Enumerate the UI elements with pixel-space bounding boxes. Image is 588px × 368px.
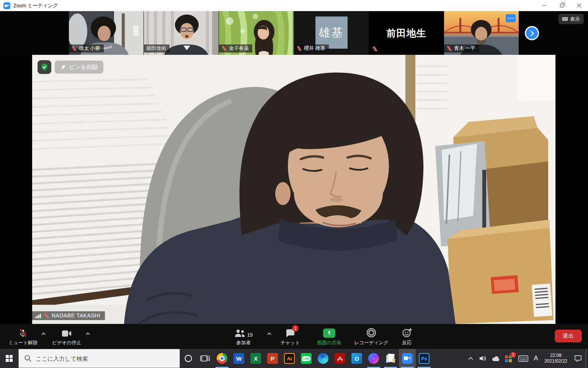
mic-muted-icon: [44, 313, 49, 319]
participant-name: 雄太 小勝: [79, 45, 100, 51]
taskbar-app-messenger[interactable]: [365, 349, 382, 368]
line-icon: LINE: [301, 353, 312, 364]
participant-display-name: 前田地生: [369, 11, 444, 55]
speaker-icon: [479, 355, 487, 362]
taskbar-app-excel[interactable]: X: [247, 349, 264, 368]
participants-options-chevron[interactable]: [266, 330, 273, 337]
clock-date: 2021/02/22: [544, 358, 567, 364]
taskbar-app-powerpoint[interactable]: P: [264, 349, 281, 368]
system-tray: 1 A 22:08 2021/02/22: [466, 349, 588, 368]
next-page-arrow-button[interactable]: [525, 26, 539, 40]
minimize-icon: [542, 5, 546, 6]
tray-notification-app-button[interactable]: 1: [502, 349, 516, 368]
task-view-button[interactable]: [197, 349, 214, 368]
zoom-camera-icon: [3, 2, 10, 9]
stop-video-button[interactable]: ビデオの停止: [49, 324, 84, 349]
taskbar-app-notes[interactable]: [382, 349, 399, 368]
pin-controls: ピンを削除: [38, 60, 103, 74]
participant-more-menu-button[interactable]: [506, 14, 516, 22]
speaker-name: NADABE TAKASHI: [52, 312, 100, 319]
participant-name-label: 柴田佳佑: [144, 44, 170, 53]
task-view-icon: [200, 354, 210, 363]
reactions-button[interactable]: 反応: [394, 324, 420, 349]
participant-name: 金子春菜: [229, 45, 249, 51]
mic-muted-icon: [221, 46, 227, 51]
record-button[interactable]: レコーディング: [351, 324, 391, 349]
chat-button[interactable]: 1 チャット: [275, 324, 305, 349]
tray-onedrive-button[interactable]: [489, 349, 502, 368]
share-screen-button[interactable]: 画面の共有: [311, 324, 348, 349]
view-button[interactable]: 表示: [559, 14, 584, 24]
audio-options-chevron[interactable]: [40, 330, 47, 337]
taskbar-app-edge[interactable]: [315, 349, 332, 368]
show-desktop-button[interactable]: [586, 349, 588, 368]
participant-thumb-maeda-chisei[interactable]: 前田地生: [369, 11, 444, 55]
close-icon: [577, 3, 581, 8]
speaker-name-label: NADABE TAKASHI: [32, 311, 105, 320]
leave-meeting-button[interactable]: 退出: [555, 330, 582, 342]
participant-filmstrip: 雄太 小勝 柴田佳佑: [0, 11, 588, 55]
messenger-icon: [368, 353, 379, 364]
view-button-label: 表示: [570, 16, 580, 23]
participant-thumb-yuta-kokatsu[interactable]: 雄太 小勝: [69, 11, 144, 55]
taskbar-app-outlook[interactable]: O: [348, 349, 365, 368]
tray-touch-keyboard-button[interactable]: [516, 349, 531, 368]
participant-name-label: 雄太 小勝: [69, 44, 104, 53]
restore-button[interactable]: [553, 0, 570, 11]
participant-thumb-aoki-ippei[interactable]: 青木 一平: [444, 11, 519, 55]
remove-pin-button[interactable]: ピンを削除: [55, 61, 103, 74]
tray-volume-button[interactable]: [476, 349, 489, 368]
reactions-label: 反応: [402, 340, 412, 346]
taskbar-app-illustrator[interactable]: Ai: [281, 349, 298, 368]
meeting-toolbar: ミュート解除 ビデオの停止: [0, 324, 588, 349]
taskbar-app-photoshop[interactable]: Ps: [416, 349, 433, 368]
taskbar-app-word[interactable]: W: [230, 349, 247, 368]
outlook-icon: O: [351, 353, 362, 364]
tray-notification-badge: 1: [510, 352, 516, 358]
speaker-video-scene: [32, 55, 555, 324]
mic-muted-icon: [372, 46, 378, 52]
illustrator-icon: Ai: [284, 353, 295, 364]
unmute-label: ミュート解除: [8, 340, 38, 346]
participant-name-label: 櫻井 雄基: [294, 44, 329, 53]
mic-muted-icon: [71, 46, 77, 51]
remove-pin-label: ピンを削除: [69, 64, 98, 71]
start-button[interactable]: [0, 349, 18, 368]
taskbar-search[interactable]: [18, 349, 180, 368]
powerpoint-icon: P: [267, 353, 278, 364]
participant-thumb-kaneko-haruna[interactable]: 金子春菜: [219, 11, 294, 55]
chat-notification-badge: 1: [292, 325, 299, 332]
participants-button[interactable]: 15 参加者: [224, 324, 263, 349]
zoom-meeting-window: Zoom ミーティング: [0, 0, 588, 368]
clock-time: 22:08: [544, 353, 567, 358]
cloud-icon: [492, 356, 500, 361]
unmute-button[interactable]: ミュート解除: [5, 324, 41, 349]
edge-icon: [318, 353, 328, 364]
mic-muted-icon: [296, 46, 302, 51]
restore-icon: [560, 4, 564, 7]
chevron-up-icon: [468, 357, 473, 360]
action-center-button[interactable]: [570, 349, 586, 368]
avatar: 雄基: [315, 16, 348, 49]
taskbar-app-line[interactable]: LINE: [298, 349, 315, 368]
close-button[interactable]: [570, 0, 588, 11]
participants-count: 15: [247, 332, 253, 338]
tray-expand-button[interactable]: [466, 349, 476, 368]
taskbar-app-zoom[interactable]: [399, 349, 416, 368]
cortana-button[interactable]: [180, 349, 197, 368]
taskbar-app-chrome[interactable]: [214, 349, 230, 368]
participant-thumb-sakurai-yuki[interactable]: 雄基 櫻井 雄基: [294, 11, 369, 55]
participant-name: 櫻井 雄基: [304, 45, 325, 51]
ime-indicator: A: [534, 355, 538, 362]
reactions-smiley-icon: [402, 328, 412, 338]
participant-thumb-shibata-keisuke[interactable]: 柴田佳佑: [144, 11, 219, 55]
shield-check-icon: [40, 63, 49, 71]
taskbar-app-acrobat[interactable]: [332, 349, 348, 368]
minimize-button[interactable]: [535, 0, 553, 11]
mic-muted-icon: [18, 329, 28, 338]
video-options-chevron[interactable]: [84, 330, 91, 337]
tray-clock-button[interactable]: 22:08 2021/02/22: [541, 349, 570, 368]
search-input[interactable]: [19, 349, 180, 368]
tray-ime-button[interactable]: A: [531, 349, 541, 368]
security-shield-button[interactable]: [38, 60, 51, 74]
